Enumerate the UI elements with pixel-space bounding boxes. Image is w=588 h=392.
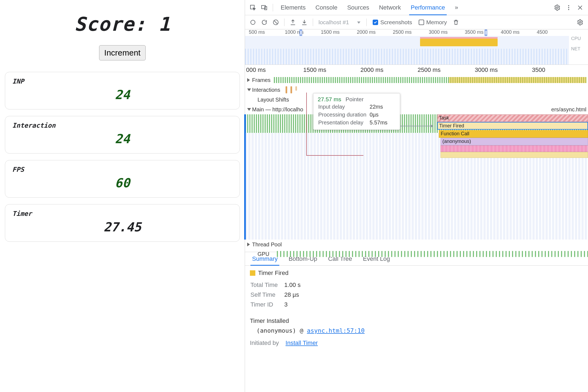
download-icon[interactable]: [300, 18, 309, 27]
summary-body: Timer Fired Total Time1.00 s Self Time28…: [245, 266, 588, 355]
flame-block-timer-fired[interactable]: Timer Fired: [437, 122, 588, 130]
gear-icon[interactable]: [553, 3, 562, 12]
flame-block-micro2[interactable]: [440, 152, 588, 158]
frames-strip: [274, 77, 586, 83]
tab-console[interactable]: Console: [311, 0, 342, 15]
installed-fn: (anonymous): [256, 327, 296, 334]
ruler-tick: 1500 ms: [302, 66, 359, 74]
tab-performance[interactable]: Performance: [406, 0, 450, 15]
record-icon[interactable]: [248, 18, 258, 27]
metric-card-fps: FPS 60: [5, 160, 240, 198]
timeline-overview[interactable]: 500 ms 1000 ms 1500 ms 2000 ms 2500 ms 3…: [245, 29, 588, 65]
flame-tracks[interactable]: Frames Interactions Layout Shifts M: [245, 75, 588, 252]
initiated-label: Initiated by: [250, 339, 279, 346]
kebab-icon[interactable]: [564, 3, 573, 12]
overview-ticks: 500 ms 1000 ms 1500 ms 2000 ms 2500 ms 3…: [245, 29, 569, 36]
devtools-tabbar: Elements Console Sources Network Perform…: [245, 0, 588, 15]
overview-body: [245, 36, 569, 65]
inspect-icon[interactable]: [248, 3, 258, 12]
interaction-mark: [295, 86, 297, 91]
tab-elements[interactable]: Elements: [276, 0, 311, 15]
metric-value: 60: [11, 176, 234, 190]
overview-tick: 2500 ms: [389, 29, 425, 36]
flame-left-marker: [244, 114, 246, 240]
score-value: 1: [158, 13, 170, 35]
tab-summary[interactable]: Summary: [247, 252, 283, 265]
track-header-frames[interactable]: Frames: [245, 75, 588, 85]
track-label-suffix: ers/async.html: [551, 106, 586, 113]
track-header-layout-shifts[interactable]: Layout Shifts: [245, 95, 588, 105]
memory-checkbox[interactable]: Memory: [419, 19, 447, 26]
tab-more[interactable]: »: [450, 0, 463, 15]
overview-tick: 500 ms: [245, 29, 281, 36]
profile-select[interactable]: localhost #1: [316, 18, 364, 27]
settings-gear-icon[interactable]: [575, 18, 585, 27]
check-icon: [419, 20, 424, 25]
overview-label-cpu: CPU: [571, 36, 581, 41]
chevron-right-icon: [247, 78, 250, 82]
metric-label: Timer: [12, 210, 234, 218]
upload-icon[interactable]: [288, 18, 298, 27]
at-symbol: @: [300, 327, 303, 334]
overview-handle-left[interactable]: [299, 29, 302, 36]
timer-installed-line: (anonymous) @ async.html:57:10: [256, 327, 583, 334]
trash-icon[interactable]: [451, 18, 461, 27]
demo-app: Score: 1 Increment INP 24 Interaction 24…: [0, 0, 245, 392]
flame-block-micro[interactable]: [440, 145, 588, 152]
track-header-main[interactable]: Main — http://localho ers/async.html: [245, 105, 588, 114]
track-gpu[interactable]: GPU: [245, 249, 588, 259]
metric-label: INP: [12, 78, 234, 85]
interaction-anchor-line: [306, 93, 307, 155]
summary-swatch: [250, 270, 255, 276]
interaction-anchor-base: [306, 155, 363, 156]
increment-button[interactable]: Increment: [99, 45, 146, 60]
svg-point-8: [579, 22, 581, 23]
main-flame-area[interactable]: Task Timer Fired Function Call (anonymou…: [245, 114, 588, 240]
flame-block-function-call[interactable]: Function Call: [439, 130, 588, 138]
initiated-link[interactable]: Install Timer: [286, 339, 318, 346]
metric-card-interaction: Interaction 24: [5, 116, 240, 154]
ruler-tick: 3500: [531, 66, 588, 74]
clear-icon[interactable]: [271, 18, 280, 27]
track-header-thread-pool[interactable]: Thread Pool: [245, 240, 588, 249]
flame-block-anonymous[interactable]: (anonymous): [440, 138, 588, 145]
tooltip-value: 5.57ms: [370, 119, 390, 126]
summary-key: Total Time: [250, 280, 284, 290]
summary-title: Timer Fired: [250, 270, 583, 277]
check-icon: [373, 20, 378, 25]
overview-handle-right[interactable]: [485, 29, 487, 36]
summary-name: Timer Fired: [258, 270, 289, 277]
track-header-interactions[interactable]: Interactions: [245, 85, 588, 95]
flame-block-task[interactable]: Task: [437, 114, 588, 122]
interaction-mark: [290, 86, 292, 93]
tab-network[interactable]: Network: [374, 0, 406, 15]
tooltip-arrow: [397, 126, 433, 126]
score-label: Score:: [74, 13, 146, 35]
performance-toolbar: localhost #1 Screenshots Memory: [245, 15, 588, 29]
svg-point-3: [556, 7, 558, 8]
metric-value: 24: [11, 87, 234, 102]
overview-script-bar: [420, 39, 498, 46]
ruler-tick: 3000 ms: [474, 66, 531, 74]
track-label: Thread Pool: [252, 241, 282, 248]
tab-sources[interactable]: Sources: [342, 0, 374, 15]
screenshots-checkbox[interactable]: Screenshots: [373, 19, 412, 26]
interaction-marks: [286, 86, 297, 93]
device-toggle-icon[interactable]: [260, 3, 269, 12]
svg-point-4: [568, 5, 569, 6]
tooltip-kind: Pointer: [345, 96, 364, 102]
tooltip-key: Presentation delay: [318, 119, 369, 126]
score-title: Score: 1: [5, 13, 240, 35]
metric-label: Interaction: [12, 122, 234, 129]
ruler-tick: 2500 ms: [416, 66, 474, 74]
reload-icon[interactable]: [260, 18, 269, 27]
close-icon[interactable]: [575, 3, 585, 12]
summary-key: Timer ID: [250, 300, 284, 309]
overview-tick: 1000 ms: [281, 29, 317, 36]
checkbox-label: Memory: [426, 19, 447, 26]
chevron-right-icon: [247, 243, 250, 246]
metric-label: FPS: [12, 166, 234, 173]
installed-source-link[interactable]: async.html:57:10: [307, 327, 365, 334]
svg-point-5: [568, 7, 569, 8]
overview-tick: 3000 ms: [425, 29, 461, 36]
